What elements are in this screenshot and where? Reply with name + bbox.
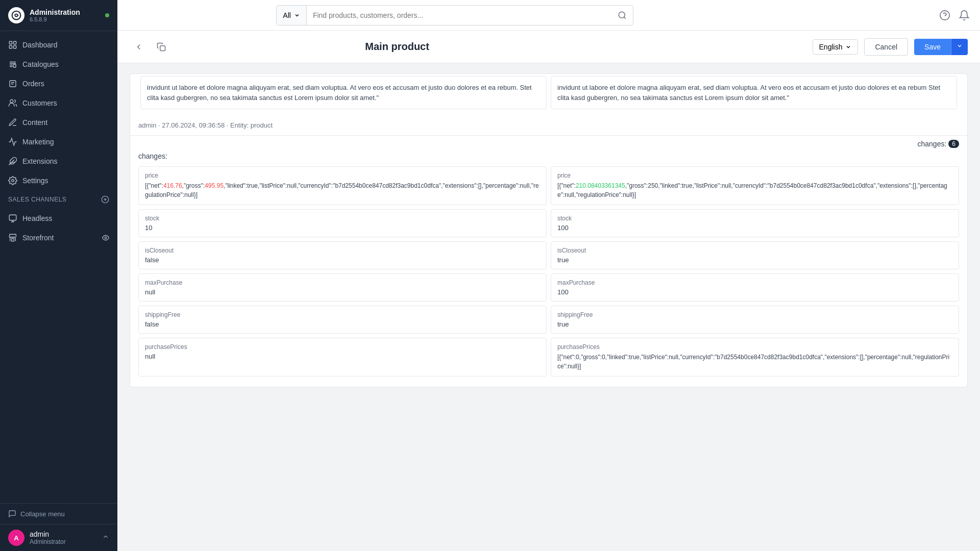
diff-row-shippingfree: shippingFree false shippingFree true [130, 304, 967, 336]
duplicate-button[interactable] [152, 39, 170, 55]
svg-point-0 [12, 11, 21, 20]
back-button[interactable] [130, 39, 148, 55]
save-button-group: Save [914, 39, 968, 55]
svg-point-19 [940, 10, 949, 19]
changes-badge-row: changes: 6 [130, 136, 967, 152]
storefront-icon [8, 233, 17, 242]
sidebar-item-customers[interactable]: Customers [0, 93, 117, 113]
orders-icon [8, 79, 17, 88]
settings-icon [8, 176, 17, 185]
cancel-button[interactable]: Cancel [864, 38, 908, 56]
diff-box-stock-old: stock 10 [138, 209, 547, 237]
user-avatar: A [8, 530, 24, 546]
save-button[interactable]: Save [914, 39, 951, 55]
save-split-button[interactable] [951, 39, 968, 55]
description-new: invidunt ut labore et dolore magna aliqu… [551, 76, 957, 109]
diff-box-purchaseprices-old: purchasePrices null [138, 338, 547, 377]
shippingfree-new-label: shippingFree [557, 311, 952, 318]
changelog-section: invidunt ut labore et dolore magna aliqu… [130, 73, 968, 387]
maxpurchase-new-value: 100 [557, 288, 952, 296]
sales-channels-header: Sales Channels [0, 190, 117, 209]
sidebar-item-label: Orders [22, 80, 44, 88]
catalogues-icon [8, 60, 17, 69]
user-role: Administrator [30, 538, 66, 545]
sidebar-header: Administration 6.5.8.9 [0, 0, 117, 31]
user-info: admin Administrator [30, 530, 66, 545]
app-logo [8, 7, 24, 23]
svg-rect-6 [10, 81, 16, 87]
back-icon [134, 42, 143, 52]
diff-row-iscloseout: isCloseout false isCloseout true [130, 239, 967, 271]
changes-count-badge: 6 [948, 140, 959, 148]
diff-box-price-new: price [{"net":210.08403361345,"gross":25… [551, 166, 959, 205]
content-area: Main product English Cancel Save [117, 31, 980, 551]
sidebar-item-label: Content [22, 118, 47, 127]
svg-rect-1 [9, 41, 12, 44]
search-input[interactable] [307, 6, 611, 25]
storefront-visibility-icon[interactable] [102, 234, 109, 241]
sidebar-item-marketing[interactable]: Marketing [0, 132, 117, 152]
description-old-text: invidunt ut labore et dolore magna aliqu… [147, 84, 532, 102]
sidebar-item-settings[interactable]: Settings [0, 171, 117, 190]
description-new-text: invidunt ut labore et dolore magna aliqu… [557, 84, 940, 102]
sidebar-nav: Dashboard Catalogues Orders Customers Co… [0, 31, 117, 503]
search-submit-button[interactable] [611, 6, 633, 25]
user-section[interactable]: A admin Administrator [0, 524, 117, 551]
duplicate-icon [157, 42, 166, 52]
help-icon[interactable] [939, 10, 950, 21]
sidebar-item-label: Marketing [22, 138, 54, 146]
price-new-value: [{"net":210.08403361345,"gross":250,"lin… [557, 181, 952, 199]
sidebar-item-content[interactable]: Content [0, 113, 117, 132]
shippingfree-old-label: shippingFree [145, 311, 540, 318]
page-content: invidunt ut labore et dolore magna aliqu… [117, 63, 980, 406]
extensions-icon [8, 157, 17, 166]
svg-point-17 [619, 12, 625, 18]
changes-label: changes: [917, 140, 946, 148]
content-icon [8, 118, 17, 127]
user-chevron-icon [102, 533, 109, 542]
shippingfree-old-value: false [145, 320, 540, 328]
header-nav-buttons [130, 39, 170, 55]
user-name: admin [30, 530, 66, 538]
stock-new-label: stock [557, 215, 952, 222]
collapse-menu-button[interactable]: Collapse menu [0, 503, 117, 524]
purchaseprices-new-value: [{"net":0,"gross":0,"linked":true,"listP… [557, 353, 952, 371]
search-wrapper: All [276, 5, 633, 26]
main-area: All Main product [117, 0, 980, 551]
stock-new-value: 100 [557, 224, 952, 232]
online-indicator [105, 13, 109, 17]
sidebar-item-extensions[interactable]: Extensions [0, 152, 117, 171]
sidebar: Administration 6.5.8.9 Dashboard Catalog… [0, 0, 117, 551]
svg-point-16 [105, 237, 107, 239]
sidebar-item-catalogues[interactable]: Catalogues [0, 55, 117, 74]
language-selector[interactable]: English [813, 39, 859, 55]
header-actions: English Cancel Save [813, 38, 968, 56]
diff-box-purchaseprices-new: purchasePrices [{"net":0,"gross":0,"link… [551, 338, 959, 377]
purchaseprices-new-label: purchasePrices [557, 343, 952, 350]
maxpurchase-new-label: maxPurchase [557, 279, 952, 286]
search-type-selector[interactable]: All [277, 6, 307, 25]
sidebar-item-orders[interactable]: Orders [0, 74, 117, 93]
diff-box-maxpurchase-new: maxPurchase 100 [551, 273, 959, 302]
svg-rect-3 [9, 46, 12, 48]
notifications-icon[interactable] [959, 10, 970, 21]
purchaseprices-old-label: purchasePrices [145, 343, 540, 350]
topbar: All [117, 0, 980, 31]
iscloseout-old-label: isCloseout [145, 247, 540, 254]
sidebar-item-dashboard[interactable]: Dashboard [0, 35, 117, 55]
changes-heading: changes: [130, 152, 967, 164]
svg-line-18 [624, 17, 626, 18]
dashboard-icon [8, 40, 17, 49]
topbar-actions [939, 10, 970, 21]
sales-channels-label: Sales Channels [8, 196, 66, 203]
customers-icon [8, 98, 17, 108]
diff-row-maxpurchase: maxPurchase null maxPurchase 100 [130, 271, 967, 304]
price-new-label: price [557, 172, 952, 179]
sidebar-item-headless[interactable]: Headless [0, 209, 117, 228]
svg-rect-14 [9, 215, 16, 220]
sidebar-item-label: Storefront [22, 234, 54, 242]
sidebar-item-storefront[interactable]: Storefront [0, 228, 117, 247]
add-channel-icon[interactable] [101, 195, 109, 204]
collapse-icon [8, 510, 16, 518]
diff-box-iscloseout-new: isCloseout true [551, 241, 959, 269]
